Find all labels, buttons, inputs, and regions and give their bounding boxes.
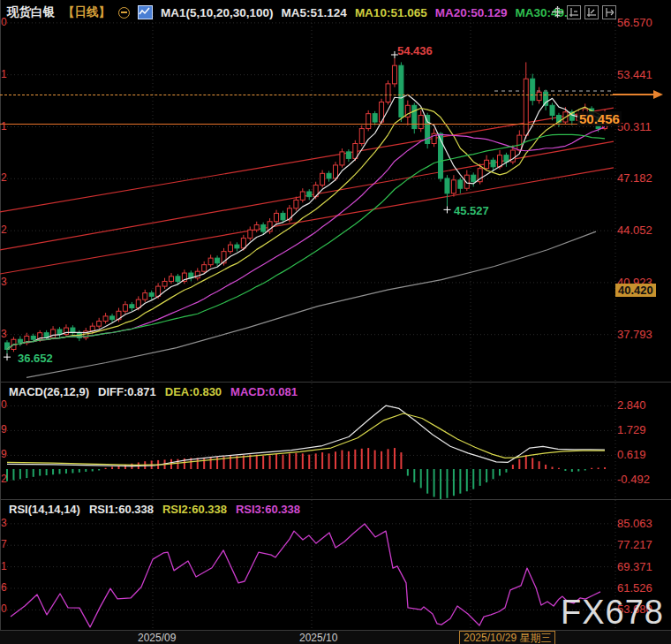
alert-arrow-icon [653, 90, 663, 99]
ma10-value: MA10:51.065 [355, 6, 427, 19]
rsi1-value: RSI1:60.338 [89, 503, 154, 516]
rsi-axis-left-digit: 0 [1, 602, 7, 615]
price-axis-left-digit: 1 [1, 120, 7, 133]
rsi-axis-left-digit: 6 [1, 581, 7, 594]
macd-title: MACD(26,12,9) [9, 385, 89, 398]
start-low-annotation: 36.652 [18, 352, 53, 365]
last-price-label: 50.456 [577, 111, 622, 126]
watermark: FX678 [561, 594, 664, 632]
pan-icon[interactable] [551, 5, 563, 18]
time-label-oct: 2025/10 [299, 632, 337, 644]
high-price-annotation: 54.436 [397, 44, 433, 57]
ma-settings-label: MA1(5,10,20,30,100) [161, 6, 274, 19]
crosshair-price-badge: 40.420 [615, 284, 656, 297]
chart-window: 现货白银 【日线】 MA1(5,10,20,30,100) MA5:51.124… [0, 0, 671, 644]
price-axis-label: 56.570 [617, 16, 652, 29]
price-axis-left-digit: 3 [1, 276, 7, 288]
collapse-icon[interactable] [118, 7, 130, 19]
macd-axis-label: 2.840 [617, 398, 646, 412]
toolbar [551, 5, 616, 19]
chart-type-icon[interactable] [138, 5, 153, 19]
rsi-axis-label: 69.371 [617, 560, 652, 573]
price-axis-left-digit: 2 [1, 224, 7, 236]
ma5-value: MA5:51.124 [282, 6, 347, 19]
ma20-value: MA20:50.129 [435, 6, 508, 19]
price-axis-label: 37.793 [617, 328, 652, 341]
axis-zoom-icon[interactable] [567, 5, 581, 19]
price-axis-label: 50.311 [617, 120, 652, 133]
rsi3-value: RSI3:60.338 [236, 503, 300, 516]
rsi-panel-header: RSI(14,14,14) RSI1:60.338 RSI2:60.338 RS… [9, 503, 300, 516]
rsi2-value: RSI2:60.338 [162, 503, 227, 516]
price-axis-label: 44.052 [617, 224, 652, 237]
crosshair-date-badge: 2025/10/29 星期三 [459, 631, 555, 644]
axis-shift-icon[interactable] [602, 5, 616, 19]
macd-axis-label: 0.619 [617, 448, 646, 461]
price-axis-label: 47.182 [617, 171, 652, 185]
chart-header: 现货白银 【日线】 MA1(5,10,20,30,100) MA5:51.124… [7, 4, 568, 20]
rsi-axis-label: 61.526 [617, 581, 652, 595]
rsi-title: RSI(14,14,14) [9, 503, 80, 516]
alert-line-extension [613, 94, 653, 95]
macd-axis-left-digit: 2 [1, 473, 7, 485]
last-price-line [0, 124, 614, 125]
chart-canvas[interactable] [0, 0, 671, 644]
rsi-axis-left-digit: 1 [1, 560, 7, 572]
rsi-axis-left-digit: 7 [1, 538, 7, 550]
time-label-sep: 2025/09 [138, 632, 176, 644]
macd-value: MACD:0.081 [230, 385, 298, 398]
price-axis-left-digit: 1 [1, 68, 7, 80]
macd-axis-left-digit: 9 [1, 423, 7, 436]
symbol-title: 现货白银 [7, 4, 55, 20]
macd-axis-label: -0.492 [617, 473, 650, 486]
price-axis-left-digit: 2 [1, 171, 7, 184]
axis-fit-icon[interactable] [584, 5, 599, 19]
macd-panel-header: MACD(26,12,9) DIFF:0.871 DEA:0.830 MACD:… [9, 385, 298, 398]
macd-axis-label: 1.729 [617, 423, 646, 436]
price-axis-label: 53.441 [617, 68, 652, 81]
price-axis-left-digit: 3 [1, 328, 7, 340]
rsi-axis-label: 85.063 [617, 517, 652, 530]
macd-axis-left-digit: 9 [1, 448, 7, 460]
low-price-annotation: 45.527 [454, 204, 489, 217]
macd-dea-value: DEA:0.830 [165, 385, 222, 398]
rsi-axis-left-digit: 3 [1, 517, 7, 529]
rsi-axis-label: 77.217 [617, 538, 652, 551]
price-axis-left-digit: 0 [1, 16, 7, 28]
time-axis[interactable]: 2025/09 2025/10 2025/10/29 星期三 [0, 630, 671, 644]
period-label[interactable]: 【日线】 [63, 4, 110, 20]
macd-axis-left-digit: 0 [1, 398, 7, 411]
macd-diff-value: DIFF:0.871 [98, 385, 156, 398]
alert-line-dashed[interactable] [0, 95, 613, 95]
